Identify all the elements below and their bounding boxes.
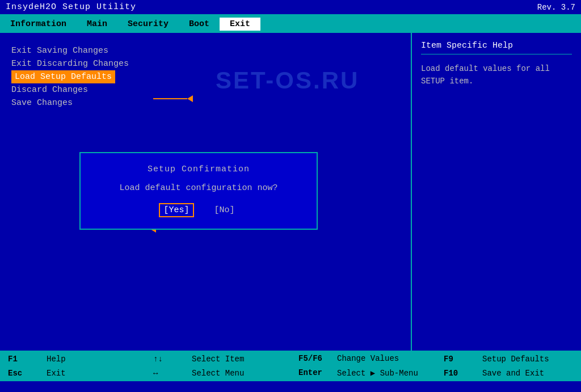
desc-help: Help <box>47 355 66 364</box>
bottom-f9: F9 Setup Defaults <box>436 353 581 365</box>
desc-change-values: Change Values <box>337 354 399 363</box>
bottom-f1: F1 Help <box>0 353 145 365</box>
bottom-bar: F1 Help Esc Exit ↑↓ Select Item ↔ Select… <box>0 351 581 381</box>
app-title: InsydeH2O Setup Utility <box>6 2 136 12</box>
option-exit-saving[interactable]: Exit Saving Changes <box>11 44 399 57</box>
left-panel: Exit Saving Changes Exit Discarding Chan… <box>0 33 411 351</box>
right-panel-text: Load default values for all SETUP item. <box>421 62 572 88</box>
key-leftright: ↔ <box>153 369 187 378</box>
right-panel-title: Item Specific Help <box>421 41 572 54</box>
key-enter: Enter <box>298 368 332 377</box>
menu-item-security[interactable]: Security <box>117 18 179 31</box>
bottom-esc: Esc Exit <box>0 368 145 379</box>
desc-select-item: Select Item <box>192 355 244 364</box>
top-bar: InsydeH2O Setup Utility Rev. 3.7 <box>0 0 581 15</box>
revision: Rev. 3.7 <box>537 3 575 12</box>
dialog-buttons: [Yes] [No] <box>92 203 305 217</box>
menu-item-main[interactable]: Main <box>77 18 117 31</box>
key-f1: F1 <box>8 355 42 364</box>
option-save-changes[interactable]: Save Changes <box>11 96 399 109</box>
option-exit-discarding[interactable]: Exit Discarding Changes <box>11 57 399 70</box>
confirmation-dialog: Setup Confirmation Load default configur… <box>79 152 318 230</box>
dialog-no-button[interactable]: [No] <box>211 204 238 216</box>
menu-item-exit[interactable]: Exit <box>220 18 260 31</box>
bottom-arrows-lr: ↔ Select Menu <box>145 368 290 379</box>
menu-item-information[interactable]: Information <box>0 18 77 31</box>
right-panel: Item Specific Help Load default values f… <box>411 33 581 351</box>
desc-setup-defaults: Setup Defaults <box>482 355 549 364</box>
bottom-f10: F10 Save and Exit <box>436 368 581 379</box>
key-esc: Esc <box>8 369 42 378</box>
dialog-title: Setup Confirmation <box>92 165 305 174</box>
menu-bar: Information Main Security Boot Exit <box>0 15 581 33</box>
option-discard-changes[interactable]: Discard Changes <box>11 83 399 96</box>
arrow-load-defaults <box>153 95 193 102</box>
arrow-head <box>187 95 193 102</box>
arrow-line <box>153 98 187 99</box>
bottom-row-top: F1 Help Esc Exit <box>0 351 145 381</box>
key-updown: ↑↓ <box>153 355 187 364</box>
bottom-enter: Enter Select ▶ Sub-Menu <box>290 367 436 379</box>
desc-select-submenu: Select ▶ Sub-Menu <box>337 368 418 378</box>
option-load-defaults[interactable]: Load Setup Defaults <box>11 70 115 83</box>
dialog-yes-button[interactable]: [Yes] <box>159 203 193 217</box>
dialog-message: Load default configuration now? <box>92 183 305 193</box>
main-area: Exit Saving Changes Exit Discarding Chan… <box>0 33 581 351</box>
bottom-row-nav: ↑↓ Select Item ↔ Select Menu <box>145 351 290 381</box>
bottom-f5f6: F5/F6 Change Values <box>290 353 436 364</box>
desc-save-exit: Save and Exit <box>482 369 544 378</box>
menu-item-boot[interactable]: Boot <box>179 18 220 31</box>
bottom-arrows-ud: ↑↓ Select Item <box>145 353 290 365</box>
key-f9: F9 <box>444 355 478 364</box>
key-f10: F10 <box>444 369 478 378</box>
bottom-row-f9f10: F9 Setup Defaults F10 Save and Exit <box>436 351 581 381</box>
desc-select-menu: Select Menu <box>192 369 244 378</box>
key-f5f6: F5/F6 <box>298 354 332 363</box>
bottom-row-f5f6: F5/F6 Change Values Enter Select ▶ Sub-M… <box>290 351 436 381</box>
desc-exit: Exit <box>47 369 66 378</box>
